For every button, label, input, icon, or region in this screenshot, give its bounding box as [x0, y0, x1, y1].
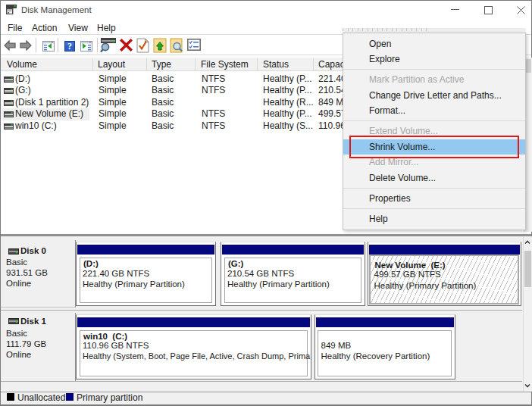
- svg-text:?: ?: [67, 41, 72, 52]
